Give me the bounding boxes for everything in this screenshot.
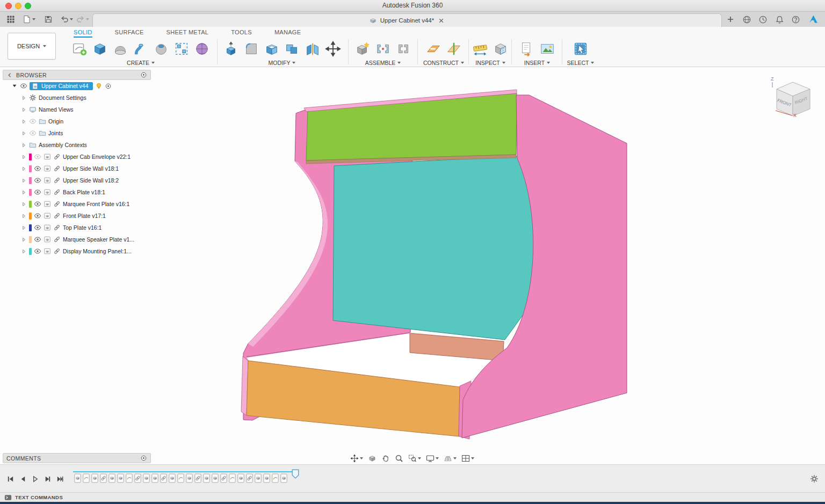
browser-component-row[interactable]: Upper Cab Envelope v22:1 xyxy=(3,151,151,163)
save-button[interactable] xyxy=(43,14,54,25)
browser-folder-row[interactable]: Assembly Contexts xyxy=(3,139,151,151)
root-selection-highlight[interactable]: Upper Cabinet v44 xyxy=(30,82,93,90)
caret-collapsed-icon[interactable] xyxy=(21,178,27,184)
viewport-canvas[interactable]: Z FRONT RIGHT X BROWSER Upper Cabinet v4… xyxy=(0,67,825,464)
caret-collapsed-icon[interactable] xyxy=(21,213,27,219)
create-menu[interactable]: CREATE xyxy=(68,60,214,66)
orbit-button[interactable] xyxy=(350,454,363,463)
job-status-button[interactable] xyxy=(741,14,752,25)
tab-solid[interactable]: SOLID xyxy=(74,29,92,38)
select-menu[interactable]: SELECT xyxy=(565,60,596,66)
caret-collapsed-icon[interactable] xyxy=(21,249,27,254)
comments-panel[interactable]: COMMENTS xyxy=(3,453,151,463)
timeline-feature-icon[interactable] xyxy=(169,473,176,483)
browser-root-row[interactable]: Upper Cabinet v44 xyxy=(3,80,151,92)
timeline-feature-icon[interactable] xyxy=(212,473,219,483)
browser-component-row[interactable]: Front Plate v17:1 xyxy=(3,210,151,222)
visibility-eye-icon[interactable] xyxy=(29,129,37,137)
as-built-joint-button[interactable] xyxy=(395,41,411,57)
history-button[interactable] xyxy=(757,14,769,25)
create-form-button[interactable] xyxy=(194,41,210,57)
timeline-feature-icon[interactable] xyxy=(83,473,90,483)
caret-collapsed-icon[interactable] xyxy=(21,225,27,231)
visibility-eye-icon[interactable] xyxy=(34,177,41,184)
notifications-button[interactable] xyxy=(774,14,785,25)
undo-button[interactable] xyxy=(59,14,74,25)
step-back-button[interactable] xyxy=(19,475,27,483)
lightbulb-icon[interactable] xyxy=(95,82,103,90)
visibility-eye-icon[interactable] xyxy=(34,224,41,231)
grid-layout-button[interactable] xyxy=(444,454,457,463)
tab-sheet-metal[interactable]: SHEET METAL xyxy=(167,29,209,38)
timeline-feature-icon[interactable] xyxy=(229,473,236,483)
timeline-feature-icon[interactable] xyxy=(91,473,98,483)
inspect-menu[interactable]: INSPECT xyxy=(471,60,510,66)
display-settings-button[interactable] xyxy=(426,454,439,463)
zoom-window-button[interactable] xyxy=(408,454,421,463)
text-commands-bar[interactable]: TEXT COMMANDS xyxy=(0,492,825,502)
joint-button[interactable] xyxy=(375,41,391,57)
timeline-feature-icon[interactable] xyxy=(220,473,227,483)
caret-collapsed-icon[interactable] xyxy=(21,119,27,125)
file-menu-button[interactable] xyxy=(21,14,37,25)
section-analysis-button[interactable] xyxy=(493,41,509,57)
shell-button[interactable] xyxy=(264,41,280,57)
press-pull-button[interactable] xyxy=(223,41,239,57)
help-button[interactable] xyxy=(790,14,801,25)
timeline-feature-icon[interactable] xyxy=(186,473,193,483)
browser-component-row[interactable]: Marquee Speaker Plate v1... xyxy=(3,233,151,245)
minimize-button[interactable] xyxy=(15,3,21,9)
assemble-menu[interactable]: ASSEMBLE xyxy=(351,60,415,66)
caret-collapsed-icon[interactable] xyxy=(21,166,27,172)
offset-plane-button[interactable] xyxy=(425,41,442,57)
browser-component-row[interactable]: Upper Side Wall v18:2 xyxy=(3,174,151,186)
caret-collapsed-icon[interactable] xyxy=(21,237,27,243)
play-button[interactable] xyxy=(31,475,39,483)
combine-button[interactable] xyxy=(284,41,300,57)
caret-collapsed-icon[interactable] xyxy=(21,130,27,136)
timeline-feature-icon[interactable] xyxy=(108,473,115,483)
new-component-button[interactable] xyxy=(354,41,371,57)
timeline-feature-icon[interactable] xyxy=(160,473,167,483)
timeline-feature-icon[interactable] xyxy=(100,473,107,483)
timeline-track[interactable] xyxy=(73,471,294,472)
timeline-feature-icon[interactable] xyxy=(126,473,133,483)
extrude-button[interactable] xyxy=(92,41,108,57)
model-marquee-panel[interactable] xyxy=(306,93,517,160)
visibility-eye-icon[interactable] xyxy=(34,200,41,208)
timeline-feature-icon[interactable] xyxy=(74,473,81,483)
pattern-button[interactable] xyxy=(173,41,190,57)
caret-collapsed-icon[interactable] xyxy=(21,142,27,148)
browser-component-row[interactable]: Back Plate v18:1 xyxy=(3,186,151,198)
activate-component-icon[interactable] xyxy=(105,83,112,90)
caret-collapsed-icon[interactable] xyxy=(21,107,27,113)
visibility-eye-icon[interactable] xyxy=(29,118,37,125)
app-launcher-button[interactable] xyxy=(5,14,16,25)
timeline-feature-icon[interactable] xyxy=(143,473,150,483)
look-at-button[interactable] xyxy=(368,454,377,463)
timeline-feature-icon[interactable] xyxy=(246,473,253,483)
timeline-feature-icon[interactable] xyxy=(177,473,184,483)
panel-options-icon[interactable] xyxy=(140,455,147,462)
visibility-eye-icon[interactable] xyxy=(34,188,41,196)
browser-folder-row[interactable]: Named Views xyxy=(3,104,151,115)
revolve-button[interactable] xyxy=(112,41,128,57)
go-to-start-button[interactable] xyxy=(6,475,15,483)
caret-collapsed-icon[interactable] xyxy=(21,189,27,195)
zoom-button[interactable] xyxy=(395,454,403,463)
autodesk-account-button[interactable] xyxy=(807,13,820,24)
pan-button[interactable] xyxy=(381,454,390,463)
document-tab[interactable]: Upper Cabinet v44* xyxy=(92,13,722,27)
create-sketch-button[interactable] xyxy=(71,41,88,57)
viewports-button[interactable] xyxy=(461,454,474,463)
select-button[interactable] xyxy=(573,41,589,57)
timeline-feature-icon[interactable] xyxy=(203,473,210,483)
close-button[interactable] xyxy=(5,3,12,9)
new-tab-button[interactable] xyxy=(725,14,736,25)
browser-folder-row[interactable]: Origin xyxy=(3,115,151,127)
go-to-end-button[interactable] xyxy=(56,475,64,483)
fillet-button[interactable] xyxy=(243,41,259,57)
move-copy-button[interactable] xyxy=(325,41,341,57)
visibility-eye-icon[interactable] xyxy=(34,165,41,172)
timeline-feature-icon[interactable] xyxy=(134,473,141,483)
